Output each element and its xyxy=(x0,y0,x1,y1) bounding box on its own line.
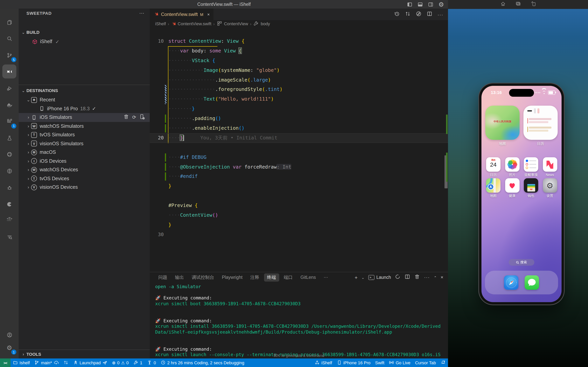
tab-close-icon[interactable]: × xyxy=(207,12,210,17)
tab-contentview-swift[interactable]: ContentView.swift M × xyxy=(150,8,214,20)
app-cal[interactable]: 周四24 xyxy=(486,157,501,172)
destination-visionos-devices[interactable]: ›VvisionOS Devices xyxy=(19,183,150,192)
panel-tab-端口[interactable]: 端口 xyxy=(281,273,296,281)
app-news[interactable] xyxy=(543,157,557,172)
destination-tvos-devices[interactable]: ›TtvOS Devices xyxy=(19,174,150,183)
statusbar-problems[interactable]: ⊗0⚠0 xyxy=(110,359,131,367)
activitybar-item-bug-tool[interactable] xyxy=(0,180,19,195)
widget-maps[interactable]: 中华人民共和国 xyxy=(485,106,519,140)
home-icon[interactable] xyxy=(500,1,506,8)
panel-tab-⋯[interactable]: ⋯ xyxy=(320,273,331,281)
panel-tab-gitlens[interactable]: GitLens xyxy=(297,274,319,281)
panel-trashx-icon[interactable] xyxy=(414,274,420,281)
toggle-sidebar-icon[interactable] xyxy=(407,1,413,7)
destination-macos[interactable]: ›MmacOS xyxy=(19,148,150,157)
activitybar-item-filter-tool[interactable] xyxy=(0,230,19,245)
statusbar-workspace[interactable]: Ishelf xyxy=(10,359,32,367)
breadcrumb-item-contentview[interactable]: ContentView xyxy=(216,20,248,27)
activitybar-item-source-control[interactable]: 5 xyxy=(0,47,19,63)
panel-tab-终端[interactable]: 终端 xyxy=(264,273,279,281)
action-trashx-icon[interactable] xyxy=(123,114,129,121)
screenshot-icon[interactable] xyxy=(515,1,521,8)
remote-indicator[interactable]: >< xyxy=(0,359,10,367)
toggle-panel-icon[interactable] xyxy=(417,1,423,7)
statusbar-tools-count[interactable]: 1 xyxy=(131,359,145,367)
action-phoneadd-icon[interactable] xyxy=(139,114,145,121)
statusbar-sweetpad-destination[interactable]: iPhone 16 Pro xyxy=(334,359,373,367)
sidebar-section-tools[interactable]: › TOOLS xyxy=(19,350,150,359)
activitybar-item-extensions[interactable]: 1 xyxy=(0,114,19,129)
statusbar-git-compare[interactable] xyxy=(61,359,70,367)
recent-device-iphone-16-pro[interactable]: iPhone 16 Pro18.3✓ xyxy=(19,104,150,113)
section-build[interactable]: ⌄BUILD xyxy=(19,28,150,36)
timeline-icon[interactable] xyxy=(394,11,400,18)
panel-spinner-icon[interactable] xyxy=(395,274,401,281)
statusbar-ports[interactable]: 0 xyxy=(145,359,158,367)
app-health[interactable] xyxy=(505,178,519,193)
iphone-screen[interactable]: 13:16 中华人民共和国 周四24日历照片提醒事项News地图健康钱包⚙设置 … xyxy=(481,86,562,302)
activitybar-item-console-ninja[interactable] xyxy=(0,196,19,212)
settings-gear-icon[interactable]: ⚙ xyxy=(438,1,444,7)
activitybar-item-sweetpad[interactable] xyxy=(0,64,19,80)
destination-ios-simulators[interactable]: ›iOS Simulators⟳ xyxy=(19,113,150,122)
activitybar-item-run-and-debug[interactable] xyxy=(0,81,19,96)
activitybar-item-docker[interactable] xyxy=(0,97,19,113)
window-titlebar[interactable]: ContentView.swift — iShelf ⚙ xyxy=(0,0,448,8)
statusbar-cursor-tab[interactable]: Cursor Tab xyxy=(413,359,438,367)
destination-watchos-simulators[interactable]: ›WwatchOS Simulators xyxy=(19,122,150,131)
statusbar-git-branch[interactable]: main* xyxy=(32,359,61,367)
more-actions-icon[interactable]: ··· xyxy=(139,10,144,16)
panel-chevup-icon[interactable]: ⌃ xyxy=(434,275,437,280)
run-icon[interactable] xyxy=(416,11,422,18)
compare-changes-icon[interactable] xyxy=(405,11,411,18)
breadcrumb[interactable]: iShelf›ContentView.swift›ContentView›bod… xyxy=(150,20,448,27)
panel-ellipsis-icon[interactable]: ··· xyxy=(424,275,430,280)
panel-plus-icon[interactable]: + xyxy=(355,274,358,280)
activitybar-item-search[interactable] xyxy=(0,31,19,46)
destination-ios-devices[interactable]: ›IiOS Devices xyxy=(19,157,150,166)
statusbar-go-live[interactable]: Go Live xyxy=(387,359,413,367)
dock-app-messages[interactable] xyxy=(525,275,539,290)
panel-tab-输出[interactable]: 输出 xyxy=(172,273,187,281)
activitybar-item-i18n-tool[interactable]: <T>~~~~ xyxy=(0,213,19,228)
app-reminders[interactable] xyxy=(524,157,538,172)
panel-split-icon[interactable] xyxy=(405,274,410,281)
statusbar-language-mode[interactable]: Swift xyxy=(373,359,387,367)
destinations-recent[interactable]: ⌄✱Recent xyxy=(19,96,150,104)
destination-tvos-simulators[interactable]: ›TtvOS Simulators xyxy=(19,131,150,139)
activitybar-item-manage[interactable]: ⚙1 xyxy=(0,340,19,355)
spotlight-search[interactable]: 搜索 xyxy=(509,259,534,266)
destination-visionos-simulators[interactable]: ›VvisionOS Simulators xyxy=(19,139,150,148)
more-actions-icon[interactable]: ··· xyxy=(438,11,443,18)
app-photos[interactable] xyxy=(505,157,519,172)
app-wallet[interactable] xyxy=(524,178,538,193)
dock-app-safari[interactable] xyxy=(504,275,519,290)
statusbar-launchpad[interactable]: Launchpad xyxy=(70,359,110,367)
destination-watchos-devices[interactable]: ›WwatchOS Devices xyxy=(19,166,150,174)
breadcrumb-item-body[interactable]: body xyxy=(253,20,270,27)
panel-tab-问题[interactable]: 问题 xyxy=(155,273,170,281)
app-maps[interactable] xyxy=(486,178,501,193)
activitybar-item-github[interactable] xyxy=(0,147,19,162)
panel-chevdown-icon[interactable]: ⌄ xyxy=(362,275,364,280)
statusbar-time-tracker[interactable]: 2 hrs 26 mins Coding, 2 secs Debugging xyxy=(158,359,247,367)
panel-tab-注释[interactable]: 注释 xyxy=(247,273,262,281)
statusbar-notifications[interactable] xyxy=(438,359,448,367)
activitybar-item-gitlens[interactable] xyxy=(0,163,19,179)
panel-tab-调试控制台[interactable]: 调试控制台 xyxy=(189,273,217,281)
code-editor[interactable]: 10struct ContentView: View {····var body… xyxy=(150,27,448,272)
split-editor-icon[interactable] xyxy=(427,11,432,18)
breadcrumb-item-contentview-swift[interactable]: ContentView.swift xyxy=(171,21,211,27)
activitybar-item-explorer[interactable] xyxy=(0,14,19,30)
action-refresh-icon[interactable]: ⟳ xyxy=(132,115,136,120)
widget-calendar[interactable] xyxy=(523,106,558,140)
breadcrumb-item-ishelf[interactable]: iShelf xyxy=(155,21,166,26)
app-settings[interactable]: ⚙ xyxy=(543,178,557,193)
panel-close-icon[interactable]: × xyxy=(441,275,443,280)
build-item-ishelf[interactable]: iShelf✓ xyxy=(19,37,150,46)
statusbar-sweetpad-scheme[interactable]: iShelf xyxy=(312,359,334,367)
launch-profile-button[interactable]: >_Launch xyxy=(368,275,391,280)
panel-tab-playwright[interactable]: Playwright xyxy=(219,274,246,281)
activitybar-item-testing[interactable] xyxy=(0,130,19,146)
toggle-secondary-sidebar-icon[interactable] xyxy=(428,1,434,7)
